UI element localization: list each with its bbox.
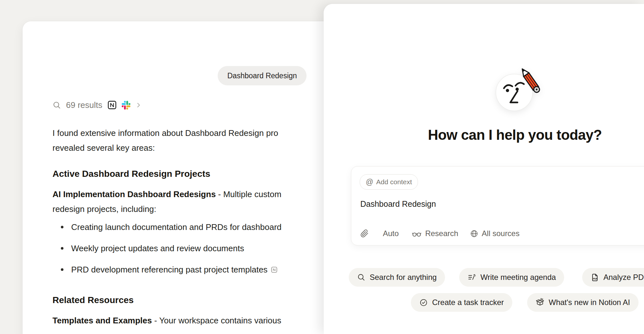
project-summary-rest: - Multiple custom — [216, 189, 281, 199]
search-icon — [357, 273, 365, 282]
section-title-related-resources: Related Resources — [52, 295, 134, 305]
suggestion-search-anything[interactable]: Search for anything — [349, 268, 445, 287]
suggestion-write-meeting-agenda[interactable]: Write meeting agenda — [459, 268, 564, 287]
ai-chat-panel: How can I help you today? @ Add context … — [324, 4, 644, 334]
project-summary-line-1: AI Implementation Dashboard Redesigns - … — [52, 187, 281, 202]
attach-button[interactable] — [360, 229, 369, 238]
list-item: PRD development referencing past project… — [52, 264, 281, 275]
templates-summary-rest: - Your workspace contains various — [152, 316, 281, 325]
search-icon — [52, 101, 61, 110]
project-summary-bold: AI Implementation Dashboard Redesigns — [52, 189, 216, 199]
intro-line-1: I found extensive information about Dash… — [52, 126, 278, 140]
section-title-active-projects: Active Dashboard Redesign Projects — [52, 169, 210, 179]
notion-ai-face-pencil-icon — [494, 66, 549, 117]
mode-selector[interactable]: Auto — [383, 229, 399, 238]
globe-icon — [470, 229, 478, 238]
chip-label: Analyze PDF — [603, 273, 644, 282]
suggestion-analyze-pdf[interactable]: PDF Analyze PDF — [582, 268, 644, 287]
results-count: 69 results — [66, 100, 102, 110]
agenda-pencil-icon — [468, 273, 476, 282]
glasses-icon — [412, 229, 422, 238]
intro-line-2: revealed several key areas: — [52, 140, 155, 155]
open-box-icon — [535, 298, 545, 307]
svg-text:PDF: PDF — [593, 277, 598, 280]
pdf-icon: PDF — [591, 273, 599, 282]
bullet-text: Creating launch documentation and PRDs f… — [71, 222, 281, 233]
slack-icon — [122, 101, 130, 110]
sources-label: All sources — [482, 229, 519, 238]
project-bullet-list: Creating launch documentation and PRDs f… — [52, 222, 281, 285]
notion-ai-screen: Dashboard Redesign 69 results I found ex… — [0, 0, 644, 334]
composer-toolbar: Auto Research — [360, 224, 519, 243]
topic-pill[interactable]: Dashboard Redesign — [218, 66, 307, 85]
add-context-button[interactable]: @ Add context — [360, 174, 418, 190]
list-item: Weekly project updates and review docume… — [52, 243, 281, 254]
at-icon: @ — [366, 178, 373, 186]
chip-label: Create a task tracker — [432, 298, 504, 307]
chevron-right-icon — [135, 102, 142, 108]
results-summary[interactable]: 69 results — [52, 97, 142, 113]
notion-source-badge-icon[interactable] — [271, 266, 278, 273]
research-label: Research — [425, 229, 458, 238]
list-item: Creating launch documentation and PRDs f… — [52, 222, 281, 233]
search-results-panel: Dashboard Redesign 69 results I found ex… — [23, 21, 357, 334]
bullet-text: Weekly project updates and review docume… — [71, 243, 244, 254]
project-summary-line-2: redesign projects, including: — [52, 202, 156, 216]
research-toggle[interactable]: Research — [412, 229, 458, 238]
chip-label: Write meeting agenda — [480, 273, 556, 282]
notion-icon — [107, 100, 117, 110]
chip-label: Search for anything — [370, 273, 437, 282]
sources-selector[interactable]: All sources — [470, 229, 519, 238]
suggestion-create-task-tracker[interactable]: Create a task tracker — [411, 293, 512, 312]
paperclip-icon — [360, 229, 369, 238]
suggestion-whats-new-notion-ai[interactable]: What's new in Notion AI — [527, 293, 639, 312]
composer[interactable]: @ Add context Dashboard Redesign Auto — [351, 166, 644, 245]
mode-label: Auto — [383, 229, 399, 238]
greeting-heading: How can I help you today? — [384, 127, 644, 143]
check-circle-icon — [419, 298, 428, 307]
templates-summary-bold: Templates and Examples — [52, 316, 152, 325]
add-context-label: Add context — [376, 178, 412, 186]
templates-summary-line: Templates and Examples - Your workspace … — [52, 313, 281, 328]
bullet-text: PRD development referencing past project… — [71, 264, 268, 275]
composer-input[interactable]: Dashboard Redesign — [360, 199, 436, 209]
chip-label: What's new in Notion AI — [549, 298, 630, 307]
